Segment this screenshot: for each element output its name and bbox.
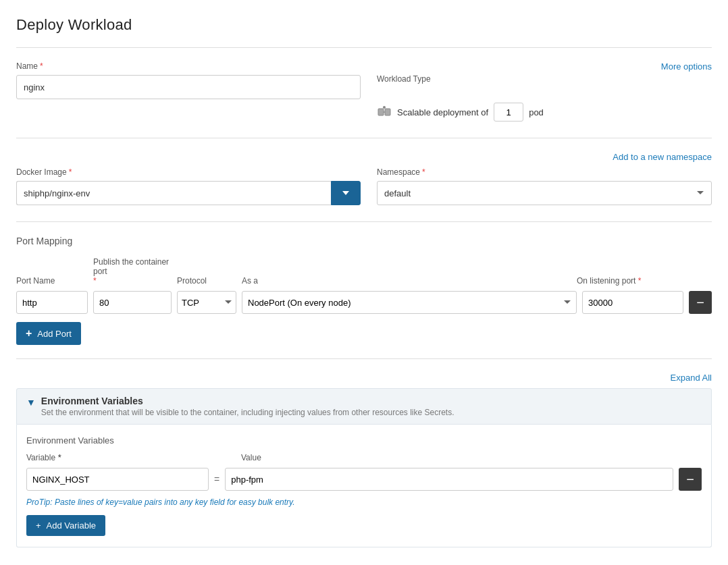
port-name-cell [16,291,88,314]
remove-port-button[interactable]: − [689,291,712,314]
svg-point-3 [383,106,386,109]
port-asa-cell: NodePort (On every node) ClusterIP (Inte… [242,291,577,314]
port-asa-select[interactable]: NodePort (On every node) ClusterIP (Inte… [242,291,577,314]
workload-type-label: Workload Type [377,74,712,84]
pod-count-input[interactable] [494,103,523,122]
scalable-text-prefix: Scalable deployment of [397,107,488,117]
page-title: Deploy Workload [16,16,712,34]
add-port-label: Add Port [37,329,72,339]
expand-all-row: Expand All [16,373,712,383]
port-protocol-cell: TCP UDP [177,291,236,314]
env-variables-section: Expand All ▼ Environment Variables Set t… [16,373,712,547]
env-variable-label: Variable [26,453,55,462]
add-namespace-link[interactable]: Add to a new namespace [613,152,712,162]
add-variable-button[interactable]: + Add Variable [26,515,105,536]
port-header-protocol: Protocol [177,276,236,286]
namespace-select-wrapper: default kube-system kube-public [377,181,712,205]
port-name-input[interactable] [16,291,88,314]
remove-env-button[interactable]: − [679,468,702,491]
env-label-row: Variable * Value [26,452,702,462]
add-variable-label: Add Variable [47,520,96,531]
port-mapping-title: Port Mapping [16,236,712,246]
port-header-asa: As a [242,276,571,286]
namespace-required-asterisk: * [422,167,425,177]
section-divider-2 [16,221,712,222]
port-protocol-select[interactable]: TCP UDP [177,291,236,314]
add-port-button[interactable]: + Add Port [16,322,81,345]
svg-rect-0 [378,109,384,115]
port-header-publish: Publish the container port * [93,257,172,286]
env-variable-required: * [58,452,61,462]
add-variable-plus-icon: + [36,520,41,531]
name-label: Name * [16,61,361,71]
env-section-body: Environment Variables Variable * Value =… [16,425,712,547]
name-required-asterisk: * [40,61,43,71]
port-listen-input[interactable] [582,291,683,314]
docker-image-label: Docker Image * [16,167,361,177]
name-input[interactable] [16,75,361,99]
port-publish-cell [93,291,172,314]
port-headers: Port Name Publish the container port * P… [16,257,712,286]
env-variable-input[interactable] [26,468,209,491]
minus-icon: − [696,295,704,311]
section-divider-3 [16,358,712,359]
port-row: TCP UDP NodePort (On every node) Cluster… [16,291,712,314]
svg-rect-1 [385,109,390,115]
port-listen-cell [582,291,683,314]
port-header-listen: On listening port * [577,276,712,286]
env-header-content: Environment Variables Set the environmen… [41,396,454,417]
env-inner-title: Environment Variables [26,435,702,446]
workload-type-row: Scalable deployment of pod [377,103,712,122]
add-port-plus-icon: + [26,327,32,340]
chevron-down-icon [341,188,350,198]
env-value-col-header: Value [241,452,702,462]
port-publish-input[interactable] [93,291,172,314]
env-equals-sign: = [214,474,219,485]
env-section-desc: Set the environment that will be visible… [41,408,454,417]
namespace-select[interactable]: default kube-system kube-public [377,181,712,205]
expand-all-link[interactable]: Expand All [671,373,712,383]
env-variable-col-header: Variable * [26,452,209,462]
docker-image-input[interactable] [16,181,331,205]
minus-icon-env: − [686,472,694,487]
docker-image-row [16,181,361,205]
more-options-link[interactable]: More options [661,61,712,72]
namespace-label: Namespace * [377,167,712,177]
protip-text: ProTip: Paste lines of key=value pairs i… [26,497,702,507]
env-input-row: = − [26,468,702,491]
docker-dropdown-button[interactable] [331,181,361,205]
env-collapse-icon[interactable]: ▼ [26,397,36,408]
port-mapping-section: Port Mapping Port Name Publish the conta… [16,236,712,345]
env-value-input[interactable] [225,468,673,491]
env-value-label: Value [241,453,261,462]
scalable-deployment-icon [377,105,392,119]
section-divider-1 [16,138,712,138]
title-divider [16,47,712,48]
env-section-title: Environment Variables [41,396,454,406]
docker-required-asterisk: * [69,167,72,177]
port-header-name: Port Name [16,276,88,286]
scalable-text-suffix: pod [529,107,544,117]
env-section-header: ▼ Environment Variables Set the environm… [16,388,712,425]
